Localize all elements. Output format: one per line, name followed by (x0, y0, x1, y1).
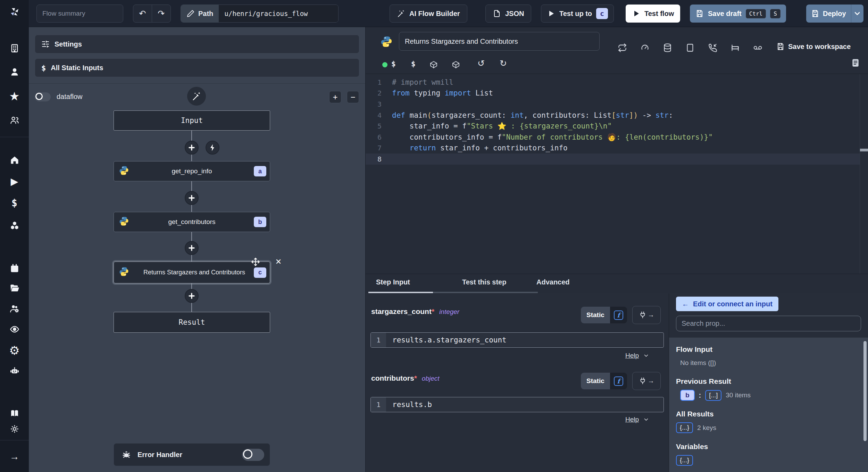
gauge-icon[interactable] (640, 43, 650, 53)
favorites-star-icon[interactable]: ★ (0, 89, 29, 104)
mode-static-label[interactable]: Static (581, 307, 610, 323)
json-button[interactable]: JSON (485, 5, 531, 23)
loop-icon[interactable] (618, 43, 627, 53)
step-key-badge[interactable]: b (680, 390, 695, 401)
code-editor[interactable]: 1# import wmill2from typing import List3… (366, 74, 868, 274)
expr-input-stargazers[interactable]: 1 results.a.stargazers_count (370, 332, 664, 348)
rotate-ccw-icon[interactable]: ↺ (477, 59, 485, 68)
users-icon[interactable] (0, 113, 29, 128)
expand-arrow-right-icon[interactable]: → (0, 449, 29, 464)
dollar-icon[interactable]: $ (391, 60, 396, 68)
path-value[interactable]: u/henri/gracious_flow (219, 5, 338, 22)
move-node-handle[interactable] (251, 257, 260, 266)
windmill-logo[interactable] (0, 4, 29, 19)
deploy-button[interactable]: Deploy (806, 5, 851, 23)
help-row[interactable]: Help (625, 352, 649, 359)
code-line[interactable]: 7 return star_info + contributors_info (366, 143, 860, 154)
redo-button[interactable]: ↷ (152, 5, 171, 22)
script-icon[interactable] (851, 58, 860, 69)
add-step-button[interactable] (185, 141, 199, 155)
input-mode-toggle[interactable]: Static f (581, 373, 627, 389)
add-step-button[interactable] (185, 289, 199, 303)
user-icon[interactable] (0, 64, 29, 80)
database-icon[interactable] (663, 43, 673, 53)
code-line[interactable]: 5 star_info = f"Stars ⭐ : {stargazers_co… (366, 121, 860, 132)
tab-test-this-step[interactable]: Test this step (462, 278, 506, 286)
flow-node-step-b[interactable]: get_contributors b (114, 212, 270, 232)
help-row[interactable]: Help (625, 416, 649, 423)
dollar-icon[interactable]: $ (411, 60, 416, 68)
package-icon[interactable] (452, 60, 461, 70)
help-link[interactable]: Help (625, 352, 639, 359)
add-trigger-button[interactable] (206, 141, 219, 155)
expr-value[interactable]: results.a.stargazers_count (386, 336, 507, 344)
connect-input-button[interactable]: → (632, 372, 661, 390)
flow-summary-input[interactable] (37, 10, 123, 17)
phone-incoming-icon[interactable] (708, 43, 718, 53)
theme-brightness-icon[interactable] (0, 421, 29, 437)
object-pill[interactable]: {...} (676, 455, 693, 466)
resources-cubes-icon[interactable] (0, 218, 29, 233)
prop-search-input[interactable] (676, 316, 861, 331)
expr-input-contributors[interactable]: 1 results.b (370, 397, 664, 412)
code-line[interactable]: 1# import wmill (366, 77, 860, 88)
save-draft-button[interactable]: Save draft Ctrl S (690, 5, 786, 23)
package-icon[interactable] (429, 60, 439, 70)
flow-node-input[interactable]: Input (114, 110, 270, 131)
mobile-square-icon[interactable] (685, 43, 695, 53)
workers-robot-icon[interactable] (0, 363, 29, 379)
expr-value[interactable]: results.b (386, 400, 432, 409)
zoom-out-button[interactable]: − (347, 91, 359, 103)
code-line[interactable]: 6 contributors_info = f"Number of contri… (366, 132, 860, 143)
flow-node-result[interactable]: Result (114, 312, 270, 333)
groups-users-gear-icon[interactable] (0, 301, 29, 316)
error-handler-toggle[interactable] (242, 449, 264, 461)
edit-or-connect-button[interactable]: ← Edit or connect an input (676, 297, 778, 311)
props-scrollbar[interactable] (863, 341, 867, 441)
docs-book-icon[interactable] (0, 406, 29, 421)
add-step-button[interactable] (185, 241, 199, 255)
folders-icon[interactable] (0, 281, 29, 296)
code-line[interactable]: 2from typing import List (366, 88, 860, 99)
error-handler-node[interactable]: Error Handler (114, 443, 270, 466)
help-link[interactable]: Help (625, 416, 639, 423)
settings-gear-icon[interactable]: ⚙ (0, 343, 29, 358)
code-line[interactable]: 8 (366, 154, 860, 165)
ai-wand-button[interactable] (187, 87, 206, 106)
input-mode-toggle[interactable]: Static f (581, 307, 627, 323)
schedules-calendar-icon[interactable] (0, 261, 29, 276)
flow-node-step-c-selected[interactable]: Returns Stargazers and Contributors c ✕ (114, 262, 270, 283)
ai-flow-builder-button[interactable]: AI Flow Builder (390, 5, 467, 23)
workspace-building-icon[interactable] (0, 41, 29, 56)
code-line[interactable]: 3 (366, 99, 860, 110)
audit-eye-icon[interactable] (0, 322, 29, 337)
add-step-button[interactable] (185, 191, 199, 205)
runs-play-icon[interactable]: ▶ (0, 174, 29, 189)
zoom-in-button[interactable]: + (329, 91, 341, 103)
rotate-cw-icon[interactable]: ↻ (500, 59, 507, 68)
code-line[interactable]: 4def main(stargazers_count: int, contrib… (366, 110, 860, 121)
connect-input-button[interactable]: → (632, 306, 661, 324)
editor-scrollbar[interactable] (860, 149, 868, 151)
voicemail-icon[interactable] (753, 43, 763, 53)
bed-icon[interactable] (731, 43, 740, 53)
tab-step-input[interactable]: Step Input (376, 278, 410, 286)
array-pill[interactable]: [...] (705, 390, 721, 401)
path-widget[interactable]: Path u/henri/gracious_flow (181, 5, 339, 23)
flow-node-step-a[interactable]: get_repo_info a (114, 161, 270, 181)
undo-button[interactable]: ↶ (133, 5, 152, 22)
tab-advanced[interactable]: Advanced (536, 278, 570, 286)
mode-expr-segment[interactable]: f (610, 373, 627, 389)
variables-dollar-icon[interactable]: $ (0, 196, 29, 211)
object-pill[interactable]: {...} (676, 422, 693, 433)
test-flow-button[interactable]: Test flow (626, 5, 680, 23)
mode-expr-segment[interactable]: f (610, 307, 627, 323)
home-icon[interactable] (0, 152, 29, 168)
test-up-to-button[interactable]: Test up to c (541, 5, 614, 23)
delete-node-button[interactable]: ✕ (274, 257, 283, 266)
flow-settings-button[interactable]: Settings (35, 35, 359, 53)
deploy-more-button[interactable] (851, 5, 863, 23)
mode-static-label[interactable]: Static (581, 373, 610, 389)
step-title-input[interactable] (399, 32, 600, 51)
dataflow-toggle[interactable] (35, 92, 51, 101)
